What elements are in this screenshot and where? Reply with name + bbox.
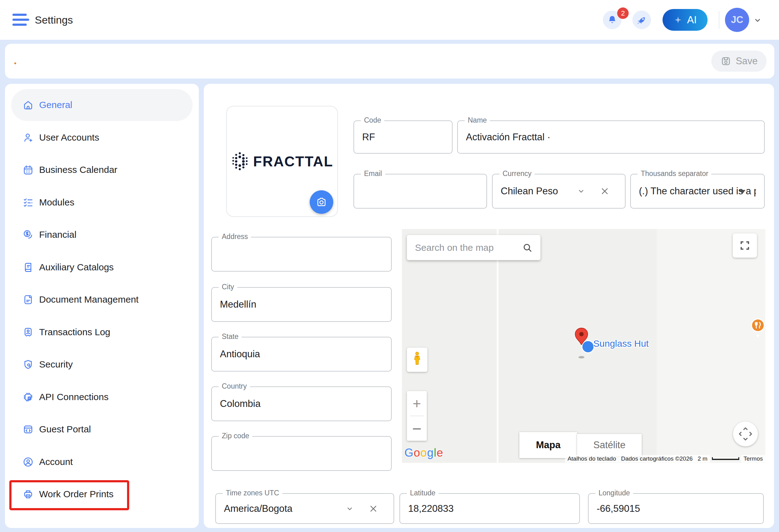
general-settings-panel: FRACTTAL Code RF Name Activación Fractta… (204, 84, 774, 528)
code-field[interactable]: Code RF (354, 120, 453, 154)
sidebar-item-auxiliary-catalogs[interactable]: Auxiliary Catalogs (5, 254, 199, 280)
sidebar-item-label: Transactions Log (39, 327, 110, 337)
checklist-icon (22, 197, 34, 208)
thousands-separator-select[interactable]: Thousands separator (.) The character us… (630, 174, 765, 209)
sidebar-item-api-connections[interactable]: API Connections (5, 384, 199, 410)
fullscreen-icon (739, 239, 751, 252)
sidebar-item-transactions-log[interactable]: Transactions Log (5, 319, 199, 345)
avatar[interactable]: JC (725, 8, 749, 32)
clear-icon[interactable] (369, 504, 378, 513)
topbar-divider (719, 11, 719, 28)
map-type-label: Mapa (536, 440, 560, 451)
timezone-value: America/Bogota (224, 503, 293, 514)
map-scale-label: 2 m (695, 455, 710, 462)
sidebar-item-security[interactable]: Security (5, 351, 199, 378)
sidebar-item-label: General (39, 99, 72, 110)
latitude-value: 18,220833 (408, 503, 454, 514)
sidebar-item-label: API Connections (39, 392, 108, 402)
restaurant-poi-icon[interactable] (751, 317, 765, 341)
home-icon (22, 99, 34, 111)
longitude-field[interactable]: Longitude -66,59015 (588, 493, 764, 524)
longitude-label: Longitude (595, 489, 633, 497)
street-view-pegman[interactable] (407, 348, 427, 372)
map-type-satellite-button[interactable]: Satélite (577, 434, 642, 456)
zoom-in-button[interactable]: + (407, 391, 427, 416)
map-marker-label[interactable]: Sunglass Hut (593, 338, 649, 349)
sidebar-item-label: Business Calendar (39, 164, 117, 175)
currency-value: Chilean Peso (501, 186, 558, 197)
document-icon (22, 294, 34, 306)
sidebar-item-user-accounts[interactable]: User Accounts (5, 125, 199, 150)
map-terms-link[interactable]: Termos (741, 455, 765, 462)
name-value: Activación Fracttal · (466, 132, 550, 143)
sidebar-item-label: Security (39, 359, 73, 370)
map-fullscreen-button[interactable] (733, 234, 757, 258)
sidebar-item-guest-portal[interactable]: Guest Portal (5, 416, 199, 442)
country-value: Colombia (220, 398, 260, 409)
top-bar: Settings 2 AI JC (0, 0, 779, 40)
currency-select[interactable]: Currency Chilean Peso (492, 174, 625, 209)
country-label: Country (219, 382, 250, 391)
sidebar-item-account[interactable]: Account (5, 449, 199, 475)
sidebar-item-modules[interactable]: Modules (5, 189, 199, 215)
state-label: State (219, 332, 242, 341)
sidebar-item-label: Document Management (39, 294, 138, 305)
address-field[interactable]: Address (211, 237, 392, 272)
map-pan-control[interactable] (733, 421, 758, 446)
sidebar-item-document-management[interactable]: Document Management (5, 286, 199, 313)
upload-photo-button[interactable] (310, 190, 333, 214)
address-label: Address (219, 232, 251, 241)
save-button-label: Save (736, 56, 758, 67)
settings-page: Settings 2 AI JC (0, 0, 779, 532)
code-label: Code (361, 116, 384, 125)
rocket-button[interactable] (633, 11, 651, 29)
map-search-input[interactable]: Search on the map (407, 235, 540, 260)
location-map[interactable]: Search on the map + (402, 229, 765, 463)
timezone-label: Time zones UTC (223, 489, 282, 497)
search-icon[interactable] (522, 242, 533, 253)
city-value: Medellín (220, 299, 256, 310)
printer-icon (22, 488, 34, 500)
chip-gear-icon (22, 391, 34, 403)
chevron-down-icon[interactable] (346, 505, 354, 513)
ai-button[interactable]: AI (663, 9, 708, 31)
sparkle-icon (673, 15, 683, 24)
save-button[interactable]: Save (711, 51, 767, 72)
chevron-down-icon[interactable] (753, 15, 762, 25)
country-field[interactable]: Country Colombia (211, 386, 392, 421)
badge-user-icon (22, 327, 34, 338)
city-field[interactable]: City Medellín (211, 287, 392, 322)
menu-icon[interactable] (12, 14, 29, 26)
map-keyboard-shortcuts[interactable]: Atalhos do teclado (565, 455, 618, 462)
action-toolbar: Save (5, 44, 774, 78)
fracttal-logo-text: FRACTTAL (253, 153, 333, 170)
thousands-separator-value: (.) The character used is a pe (639, 186, 756, 197)
state-field[interactable]: State Antioquia (211, 337, 392, 372)
clear-icon[interactable] (600, 187, 609, 196)
map-search-placeholder: Search on the map (415, 243, 494, 253)
sidebar-item-work-order-prints[interactable]: Work Order Prints (5, 481, 199, 507)
pan-arrows-icon (736, 424, 755, 444)
latitude-field[interactable]: Latitude 18,220833 (400, 493, 580, 524)
sidebar-item-label: Guest Portal (39, 424, 91, 435)
sidebar-item-label: Auxiliary Catalogs (39, 262, 114, 272)
map-pin-icon[interactable] (573, 327, 591, 359)
notifications-badge: 2 (617, 7, 629, 19)
pegman-icon (411, 351, 423, 369)
email-field[interactable]: Email (354, 174, 487, 209)
sidebar-item-label: Account (39, 457, 73, 467)
map-road (497, 229, 498, 463)
zip-code-field[interactable]: Zip code (211, 436, 392, 471)
timezone-select[interactable]: Time zones UTC America/Bogota (215, 493, 394, 524)
notifications-button[interactable]: 2 (603, 11, 621, 29)
name-field[interactable]: Name Activación Fracttal · (457, 120, 765, 154)
camera-icon (315, 196, 327, 208)
sidebar-item-business-calendar[interactable]: Business Calendar (5, 157, 199, 183)
sidebar-item-general[interactable]: General (5, 92, 199, 118)
map-data-attribution[interactable]: Dados cartográficos ©2026 (619, 455, 696, 462)
sidebar-item-financial[interactable]: Financial (5, 222, 199, 248)
stray-dot (14, 62, 16, 64)
chevron-down-icon[interactable] (577, 187, 585, 195)
zoom-out-button[interactable]: − (407, 416, 427, 441)
select-caret-icon[interactable] (739, 190, 745, 194)
